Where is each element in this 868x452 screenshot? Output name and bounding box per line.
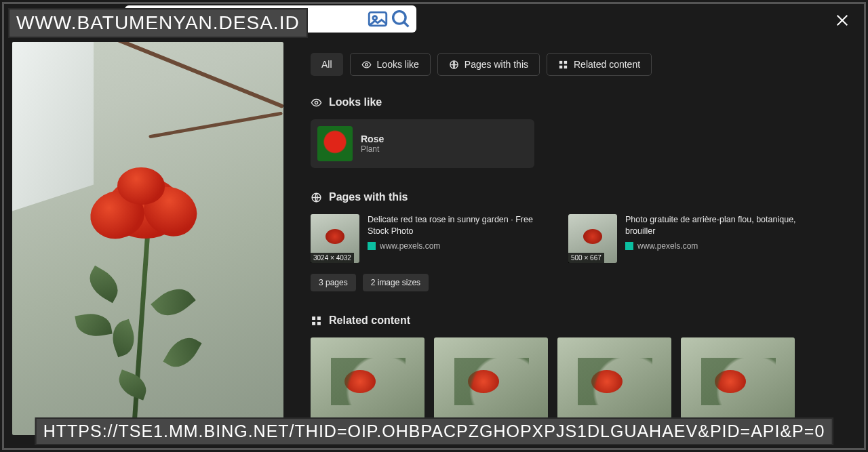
tab-pages[interactable]: Pages with this [437, 53, 540, 76]
related-image[interactable] [434, 337, 548, 419]
search-icon[interactable] [389, 7, 412, 30]
eye-icon [361, 60, 372, 70]
related-image[interactable] [557, 337, 671, 419]
page-result[interactable]: 500 × 667 Photo gratuite de arrière-plan… [568, 214, 799, 263]
svg-line-3 [404, 22, 409, 27]
source-domain: www.pexels.com [380, 241, 440, 251]
svg-rect-8 [559, 60, 562, 63]
tab-all[interactable]: All [311, 53, 343, 76]
svg-point-12 [315, 101, 317, 104]
result-title: Delicate red tea rose in sunny garden · … [368, 214, 541, 237]
svg-point-2 [393, 12, 406, 24]
grid-icon [558, 60, 568, 70]
svg-rect-16 [312, 321, 315, 325]
close-button[interactable] [831, 9, 853, 31]
image-search-icon[interactable] [366, 7, 389, 30]
eye-icon [311, 97, 322, 108]
results-panel: All Looks like Pages with this Related c… [311, 42, 856, 452]
tab-label: All [321, 59, 332, 70]
tab-label: Related content [574, 59, 640, 70]
chip-image-sizes[interactable]: 2 image sizes [363, 274, 429, 291]
section-heading: Looks like [329, 96, 382, 108]
favicon [625, 242, 633, 250]
result-thumbnail: 3024 × 4032 [311, 214, 359, 263]
related-image[interactable] [681, 337, 795, 419]
svg-rect-10 [559, 65, 562, 68]
svg-point-1 [373, 16, 377, 20]
preview-image[interactable] [12, 42, 283, 435]
favicon [368, 242, 376, 250]
result-subtitle: Plant [361, 144, 384, 154]
svg-rect-9 [564, 60, 567, 63]
section-pages: Pages with this 3024 × 4032 Delicate red… [311, 191, 842, 291]
section-related: Related content [311, 314, 842, 419]
looks-like-card[interactable]: Rose Plant [311, 119, 534, 168]
image-preview-panel [12, 42, 283, 452]
watermark-top: WWW.BATUMENYAN.DESA.ID [8, 8, 308, 38]
source-domain: www.pexels.com [637, 241, 698, 251]
svg-rect-17 [317, 321, 321, 325]
section-heading: Pages with this [329, 191, 408, 203]
grid-icon [311, 315, 322, 327]
result-title: Rose [361, 133, 384, 144]
section-heading: Related content [329, 314, 410, 327]
chip-pages-count[interactable]: 3 pages [311, 274, 356, 291]
watermark-bottom: HTTPS://TSE1.MM.BING.NET/THID=OIP.OHBPAC… [35, 417, 833, 445]
svg-point-6 [365, 63, 368, 66]
globe-icon [311, 192, 322, 203]
svg-rect-14 [312, 316, 315, 320]
globe-icon [449, 60, 459, 70]
result-tabs: All Looks like Pages with this Related c… [311, 53, 842, 76]
result-thumbnail: 500 × 667 [568, 214, 617, 263]
tab-label: Looks like [377, 59, 419, 70]
page-result[interactable]: 3024 × 4032 Delicate red tea rose in sun… [311, 214, 541, 263]
section-looks-like: Looks like Rose Plant [311, 96, 842, 168]
dimensions-badge: 500 × 667 [568, 253, 604, 263]
svg-rect-11 [564, 65, 567, 68]
tab-label: Pages with this [465, 59, 528, 70]
dimensions-badge: 3024 × 4032 [311, 253, 354, 263]
result-thumbnail [317, 126, 353, 161]
tab-related[interactable]: Related content [547, 53, 652, 76]
svg-rect-15 [317, 316, 321, 320]
related-image[interactable] [311, 337, 425, 419]
tab-looks-like[interactable]: Looks like [350, 53, 431, 76]
result-title: Photo gratuite de arrière-plan flou, bot… [625, 214, 799, 237]
